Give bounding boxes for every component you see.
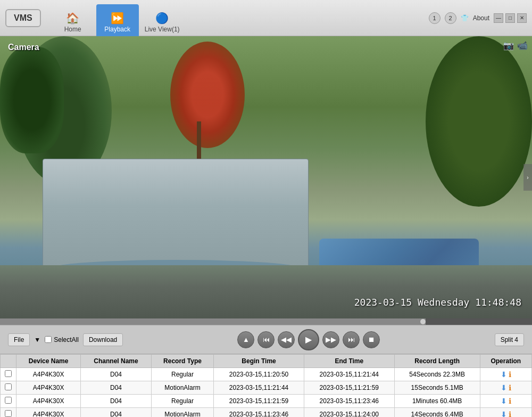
timeline-bar[interactable] — [0, 318, 532, 325]
row-begin: 2023-03-15,11:20:50 — [214, 368, 304, 381]
row-length: 1Minutes 60.4MB — [394, 395, 480, 408]
row-checkbox-cell[interactable] — [1, 381, 16, 395]
tab-playback-label: Playback — [104, 26, 130, 33]
info-op-icon[interactable]: ℹ — [509, 383, 511, 392]
table-area: Device Name Channel Name Record Type Beg… — [0, 354, 532, 417]
download-button[interactable]: Download — [83, 333, 123, 346]
download-op-icon[interactable]: ⬇ — [501, 397, 507, 405]
row-checkbox-cell[interactable] — [1, 368, 16, 381]
col-device-name: Device Name — [16, 355, 81, 368]
video-expand-button[interactable]: › — [523, 164, 532, 191]
maximize-button[interactable]: □ — [505, 13, 515, 23]
row-end: 2023-03-15,11:24:00 — [304, 408, 394, 418]
row-device: A4P4K30X — [16, 368, 81, 381]
col-operation: Operation — [480, 355, 531, 368]
row-length: 14Seconds 6.4MB — [394, 408, 480, 418]
col-channel-name: Channel Name — [81, 355, 152, 368]
step-back-button[interactable]: ▲ — [237, 331, 254, 348]
row-channel: D04 — [81, 408, 152, 418]
row-checkbox[interactable] — [5, 383, 12, 390]
liveview-icon: 🔵 — [155, 12, 169, 24]
table-wrapper[interactable]: Device Name Channel Name Record Type Beg… — [0, 354, 532, 417]
tab-home[interactable]: 🏠 Home — [52, 4, 94, 36]
row-device: A4P4K30X — [16, 395, 81, 408]
row-checkbox[interactable] — [5, 370, 12, 377]
row-device: A4P4K30X — [16, 408, 81, 418]
file-button[interactable]: File — [8, 333, 30, 346]
row-type: Regular — [151, 395, 213, 408]
row-operation[interactable]: ⬇ ℹ — [480, 368, 531, 381]
download-op-icon[interactable]: ⬇ — [501, 370, 507, 379]
col-record-type: Record Type — [151, 355, 213, 368]
home-icon: 🏠 — [66, 12, 79, 24]
row-length: 15Seconds 5.1MB — [394, 381, 480, 395]
row-type: MotionAlarm — [151, 381, 213, 395]
tab-liveview[interactable]: 🔵 Live View(1) — [141, 4, 184, 36]
download-op-icon[interactable]: ⬇ — [501, 383, 507, 392]
download-op-icon[interactable]: ⬇ — [501, 410, 507, 417]
left-controls: File ▼ SelectAll Download — [8, 333, 123, 346]
minimize-button[interactable]: — — [494, 13, 503, 23]
title-bar-right: 1 2 👕 About — □ ✕ — [429, 12, 527, 24]
fast-rewind-button[interactable]: ⏮ — [257, 331, 275, 348]
stop-button[interactable]: ⏹ — [363, 331, 380, 348]
video-area: Camera 📷 📹 2023-03-15 Wednesday 11:48:48… — [0, 36, 532, 318]
fast-forward-button[interactable]: ⏭ — [343, 331, 360, 348]
row-begin: 2023-03-15,11:21:44 — [214, 381, 304, 395]
video-timestamp: 2023-03-15 Wednesday 11:48:48 — [354, 297, 521, 308]
split-button[interactable]: Split 4 — [495, 333, 524, 346]
tab-playback[interactable]: ⏩ Playback — [96, 4, 139, 36]
table-header-row: Device Name Channel Name Record Type Beg… — [1, 355, 532, 368]
row-checkbox-cell[interactable] — [1, 408, 16, 418]
close-button[interactable]: ✕ — [517, 13, 527, 23]
row-end: 2023-03-15,11:23:46 — [304, 395, 394, 408]
timeline-progress — [0, 318, 426, 325]
table-row[interactable]: A4P4K30X D04 MotionAlarm 2023-03-15,11:2… — [1, 408, 532, 418]
timeline-dot — [420, 319, 426, 324]
tab-liveview-label: Live View(1) — [145, 26, 180, 33]
row-end: 2023-03-15,11:21:44 — [304, 368, 394, 381]
controls-bar: File ▼ SelectAll Download ▲ ⏮ ◀◀ ▶ ▶▶ ⏭ … — [0, 325, 532, 354]
title-bar: VMS 🏠 Home ⏩ Playback 🔵 Live View(1) 1 2… — [0, 0, 532, 36]
playback-controls: ▲ ⏮ ◀◀ ▶ ▶▶ ⏭ ⏹ — [237, 329, 380, 350]
shirt-icon: 👕 — [461, 14, 469, 22]
playback-icon: ⏩ — [111, 12, 124, 24]
table-row[interactable]: A4P4K30X D04 MotionAlarm 2023-03-15,11:2… — [1, 381, 532, 395]
camera-label: Camera — [8, 43, 39, 52]
row-channel: D04 — [81, 368, 152, 381]
row-begin: 2023-03-15,11:23:46 — [214, 408, 304, 418]
page-indicator-1[interactable]: 1 — [429, 12, 440, 24]
vms-logo[interactable]: VMS — [5, 9, 41, 27]
rewind-button[interactable]: ◀◀ — [278, 331, 295, 348]
col-checkbox — [1, 355, 16, 368]
screenshot-icon[interactable]: 📷 — [503, 40, 514, 51]
row-channel: D04 — [81, 395, 152, 408]
page-indicator-2[interactable]: 2 — [445, 12, 456, 24]
records-table: Device Name Channel Name Record Type Beg… — [0, 354, 532, 417]
info-op-icon[interactable]: ℹ — [509, 410, 511, 417]
row-operation[interactable]: ⬇ ℹ — [480, 408, 531, 418]
nav-tabs: 🏠 Home ⏩ Playback 🔵 Live View(1) — [52, 0, 184, 36]
row-checkbox[interactable] — [5, 410, 12, 417]
info-op-icon[interactable]: ℹ — [509, 370, 511, 379]
forward-button[interactable]: ▶▶ — [322, 331, 339, 348]
row-checkbox-cell[interactable] — [1, 395, 16, 408]
col-record-length: Record Length — [394, 355, 480, 368]
row-end: 2023-03-15,11:21:59 — [304, 381, 394, 395]
info-op-icon[interactable]: ℹ — [509, 397, 511, 405]
row-length: 54Seconds 22.3MB — [394, 368, 480, 381]
select-all-label[interactable]: SelectAll — [45, 336, 79, 344]
row-channel: D04 — [81, 381, 152, 395]
row-type: Regular — [151, 368, 213, 381]
table-row[interactable]: A4P4K30X D04 Regular 2023-03-15,11:21:59… — [1, 395, 532, 408]
row-operation[interactable]: ⬇ ℹ — [480, 381, 531, 395]
row-checkbox[interactable] — [5, 397, 12, 404]
select-all-checkbox[interactable] — [45, 336, 52, 343]
about-label[interactable]: About — [473, 14, 489, 22]
record-icon[interactable]: 📹 — [517, 40, 528, 51]
table-row[interactable]: A4P4K30X D04 Regular 2023-03-15,11:20:50… — [1, 368, 532, 381]
video-icons: 📷 📹 — [503, 40, 528, 51]
play-button[interactable]: ▶ — [298, 329, 319, 350]
col-end-time: End Time — [304, 355, 394, 368]
row-operation[interactable]: ⬇ ℹ — [480, 395, 531, 408]
